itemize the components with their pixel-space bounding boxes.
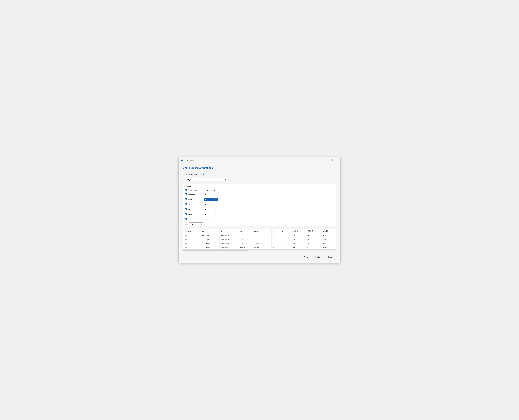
table-cell: 15.44 bbox=[321, 246, 336, 249]
svg-point-3 bbox=[181, 161, 182, 161]
window-title: Table Data Import bbox=[184, 159, 198, 161]
maximize-button[interactable]: ☐ bbox=[330, 158, 334, 162]
table-cell: kor bbox=[183, 233, 199, 237]
type-select-container: text int float bool date bbox=[204, 208, 218, 211]
col-check bbox=[185, 208, 188, 210]
column-checkbox[interactable] bbox=[185, 193, 187, 195]
column-name: dong bbox=[188, 213, 204, 215]
table-cell bbox=[252, 233, 272, 237]
table-cell: 126 bbox=[290, 241, 306, 246]
preview-col-header: gu bbox=[239, 229, 252, 233]
col-check bbox=[185, 203, 188, 205]
column-name: code bbox=[188, 198, 204, 200]
column-checkbox[interactable] bbox=[185, 213, 187, 216]
preview-col-header: category bbox=[183, 229, 199, 233]
type-select-container: text int float bool date bbox=[204, 218, 218, 221]
preview-horizontal-scrollbar[interactable] bbox=[183, 249, 336, 251]
column-row: gu text int float bool date bbox=[183, 207, 336, 212]
encoding-row: Encoding: utf-8 utf-16 latin-1 ascii bbox=[183, 178, 336, 181]
table-cell: 서울특별시 bbox=[220, 241, 239, 246]
type-select-container: text int float bool date bbox=[204, 193, 218, 196]
file-format-row: Detected file format: csv 🔧 bbox=[183, 173, 336, 176]
type-select[interactable]: text int float bool date bbox=[204, 193, 218, 196]
select-all-checkbox[interactable] bbox=[185, 189, 187, 191]
file-format-label: Detected file format: csv bbox=[183, 173, 202, 176]
table-cell: 종로구 bbox=[239, 246, 252, 249]
preview-col-header: 경도(분) bbox=[306, 229, 321, 233]
column-name: nx bbox=[188, 218, 204, 220]
table-cell: kor bbox=[183, 241, 199, 246]
column-checkbox[interactable] bbox=[185, 198, 187, 201]
type-select[interactable]: text int float bool date bbox=[204, 218, 218, 221]
column-checkbox[interactable] bbox=[185, 218, 187, 220]
table-cell bbox=[239, 233, 252, 237]
column-rows-container: category text int float bool date bbox=[183, 192, 336, 226]
table-cell: 1111051500 bbox=[199, 241, 220, 246]
titlebar-left: Table Data Import bbox=[181, 159, 198, 161]
table-cell: 서울특별시 bbox=[220, 233, 239, 237]
table-cell: 1111000000 bbox=[199, 237, 220, 241]
table-cell: 58 bbox=[306, 241, 321, 246]
table-row: kor 1100000000 서울특별시 60 127 126 58 48.03 bbox=[183, 233, 336, 237]
preview-col-header: si bbox=[220, 229, 239, 233]
titlebar-controls: — ☐ ✕ bbox=[326, 158, 338, 162]
table-cell: 1100000000 bbox=[199, 233, 220, 237]
table-row: kor 1111053000 서울특별시 종로구 사직동 60 127 126 … bbox=[183, 246, 336, 249]
preview-col-header: nx bbox=[272, 229, 280, 233]
columns-header: Columns: bbox=[183, 184, 336, 188]
table-cell: 48.03 bbox=[321, 233, 336, 237]
preview-table-scroll[interactable]: category code si gu dong nx ny 경도(시) 경도(… bbox=[183, 229, 336, 249]
table-cell: 126 bbox=[290, 233, 306, 237]
table-cell: 127 bbox=[280, 233, 290, 237]
table-row: kor 1111000000 서울특별시 종로구 60 127 126 58 5… bbox=[183, 237, 336, 241]
app-icon bbox=[181, 159, 183, 161]
preview-col-header: dong bbox=[252, 229, 272, 233]
type-select[interactable]: text int float bool date bbox=[204, 213, 218, 216]
table-cell: 53.91 bbox=[321, 237, 336, 241]
column-checkbox[interactable] bbox=[185, 208, 187, 210]
table-cell: kor bbox=[183, 246, 199, 249]
type-select-container: text int float bool date bbox=[204, 198, 218, 201]
next-button[interactable]: Next > bbox=[312, 255, 323, 259]
type-select[interactable]: text int float bool date bbox=[204, 203, 218, 206]
cancel-button[interactable]: Cancel bbox=[325, 255, 336, 259]
minus-button[interactable]: — bbox=[185, 223, 188, 225]
back-button[interactable]: < Back bbox=[299, 255, 311, 259]
col-check bbox=[185, 213, 188, 216]
source-column-header: Source Column bbox=[188, 189, 207, 191]
table-cell: 60 bbox=[272, 241, 280, 246]
preview-col-header: 경도(초 bbox=[321, 229, 336, 233]
table-cell: 14.35 bbox=[321, 241, 336, 246]
preview-scrollbar-thumb bbox=[183, 250, 248, 251]
encoding-select[interactable]: utf-8 utf-16 latin-1 ascii bbox=[193, 178, 228, 181]
svg-point-2 bbox=[181, 160, 182, 160]
wrench-icon[interactable]: 🔧 bbox=[203, 173, 205, 176]
svg-point-1 bbox=[181, 159, 182, 160]
table-cell: 58 bbox=[306, 246, 321, 249]
type-select-active[interactable]: text int float bool date bbox=[204, 198, 218, 201]
encoding-label: Encoding: bbox=[183, 179, 191, 180]
table-cell: 127 bbox=[280, 237, 290, 241]
column-checkbox[interactable] bbox=[185, 203, 187, 205]
table-cell: 60 bbox=[272, 237, 280, 241]
minimize-button[interactable]: — bbox=[326, 158, 329, 162]
table-cell: 60 bbox=[272, 233, 280, 237]
column-row: dong text int float bool date bbox=[183, 212, 336, 217]
column-name: category bbox=[188, 193, 204, 195]
columns-subheader: Source Column Field Type bbox=[183, 188, 336, 192]
column-name: si bbox=[188, 203, 204, 205]
table-cell: 1111053000 bbox=[199, 246, 220, 249]
table-cell: 종로구 bbox=[239, 241, 252, 246]
preview-table-container: category code si gu dong nx ny 경도(시) 경도(… bbox=[183, 229, 336, 251]
columns-box: Columns: Source Column Field Type catego… bbox=[183, 184, 336, 226]
type-select-partial[interactable]: text bbox=[189, 222, 203, 226]
titlebar: Table Data Import — ☐ ✕ bbox=[178, 157, 341, 164]
col-check bbox=[185, 218, 188, 220]
table-cell: 서울특별시 bbox=[220, 237, 239, 241]
minus-row: — text bbox=[183, 222, 336, 226]
table-cell: 58 bbox=[306, 237, 321, 241]
preview-col-header: code bbox=[199, 229, 220, 233]
type-select[interactable]: text int float bool date bbox=[204, 208, 218, 211]
close-button[interactable]: ✕ bbox=[335, 158, 338, 162]
table-cell: 58 bbox=[306, 233, 321, 237]
